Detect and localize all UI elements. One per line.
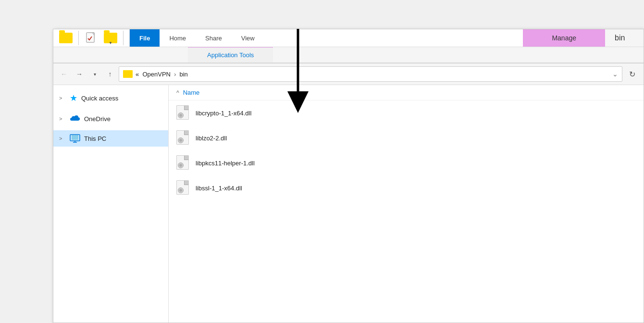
file-pane: ^ Name libcrypto-1_1-x64.dll xyxy=(169,85,644,323)
nav-item-onedrive[interactable]: > OneDrive xyxy=(53,111,168,126)
nav-chevron-onedrive: > xyxy=(59,116,66,122)
tab-share[interactable]: Share xyxy=(196,29,232,47)
toolbar-separator-1 xyxy=(78,31,79,45)
address-bar: ← → ▾ ↑ « OpenVPN › bin ⌄ ↻ xyxy=(53,63,644,85)
back-button[interactable]: ← xyxy=(57,67,71,81)
tab-home[interactable]: Home xyxy=(160,29,196,47)
file-name-2: libpkcs11-helper-1.dll xyxy=(196,160,255,167)
this-pc-monitor-icon xyxy=(70,134,80,143)
toolbar-separator-2 xyxy=(123,31,124,45)
dll-file-icon-0 xyxy=(176,105,190,121)
file-list-header: ^ Name xyxy=(169,85,644,100)
nav-label-quick-access: Quick access xyxy=(81,95,118,102)
dll-file-icon-1 xyxy=(176,130,190,146)
tab-file[interactable]: File xyxy=(130,29,160,47)
ribbon-lower: Application Tools xyxy=(53,47,644,63)
folder-icon-toolbar[interactable] xyxy=(57,29,74,47)
address-folder-icon xyxy=(123,70,133,78)
nav-chevron-quick-access: > xyxy=(59,95,66,101)
address-input[interactable]: « OpenVPN › bin ⌄ xyxy=(119,66,622,82)
nav-chevron-this-pc: > xyxy=(59,136,66,141)
path-arrow: › xyxy=(174,71,176,78)
window-title: bin xyxy=(605,29,644,47)
file-item-1[interactable]: liblzo2-2.dll xyxy=(169,125,644,150)
up-button[interactable]: ↑ xyxy=(103,67,117,81)
recent-locations-button[interactable]: ▾ xyxy=(88,67,101,81)
file-item-2[interactable]: libpkcs11-helper-1.dll xyxy=(169,150,644,175)
onedrive-cloud-icon xyxy=(70,115,80,123)
sort-arrow-icon[interactable]: ^ xyxy=(176,89,179,96)
svg-rect-4 xyxy=(72,135,78,140)
arrow-annotation xyxy=(279,29,317,117)
svg-marker-1 xyxy=(287,91,309,113)
tab-manage[interactable]: Manage xyxy=(523,29,605,47)
content-area: > ★ Quick access > OneDrive > xyxy=(53,85,644,323)
nav-pane: > ★ Quick access > OneDrive > xyxy=(53,85,169,323)
column-name-header[interactable]: Name xyxy=(183,89,200,96)
address-chevron-icon[interactable]: ⌄ xyxy=(612,70,618,78)
forward-button[interactable]: → xyxy=(73,67,86,81)
path-parent: OpenVPN xyxy=(142,71,171,78)
folder-down-icon-toolbar[interactable]: ▼ xyxy=(102,29,119,47)
file-name-3: libssl-1_1-x64.dll xyxy=(196,185,242,192)
nav-label-this-pc: This PC xyxy=(84,135,106,142)
tab-app-tools[interactable]: Application Tools xyxy=(188,47,273,62)
path-current: bin xyxy=(179,71,187,78)
dll-file-icon-3 xyxy=(176,180,190,196)
refresh-button[interactable]: ↻ xyxy=(624,66,640,82)
file-check-icon-toolbar[interactable] xyxy=(83,29,100,47)
ribbon: ▼ File Home Share View Manage bin App xyxy=(53,29,644,63)
address-path: « OpenVPN › bin xyxy=(136,71,609,78)
nav-item-quick-access[interactable]: > ★ Quick access xyxy=(53,89,168,107)
file-name-0: libcrypto-1_1-x64.dll xyxy=(196,110,251,117)
ribbon-upper: ▼ File Home Share View Manage bin xyxy=(53,29,644,47)
file-explorer-window: ▼ File Home Share View Manage bin App xyxy=(53,29,644,323)
tab-view[interactable]: View xyxy=(232,29,264,47)
quick-access-star-icon: ★ xyxy=(70,93,77,103)
nav-label-onedrive: OneDrive xyxy=(84,115,111,123)
dll-file-icon-2 xyxy=(176,155,190,171)
file-name-1: liblzo2-2.dll xyxy=(196,135,227,142)
file-item-0[interactable]: libcrypto-1_1-x64.dll xyxy=(169,100,644,125)
file-item-3[interactable]: libssl-1_1-x64.dll xyxy=(169,175,644,200)
nav-item-this-pc[interactable]: > This PC xyxy=(53,130,168,147)
